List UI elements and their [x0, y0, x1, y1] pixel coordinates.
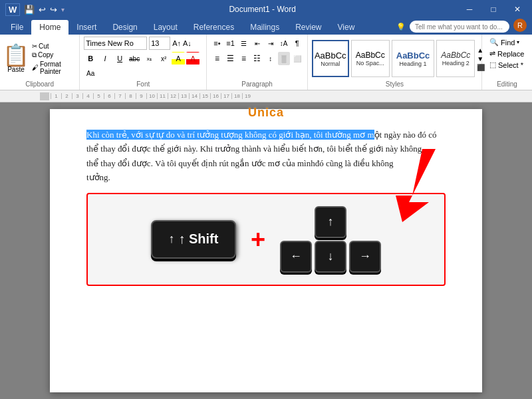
numbering-button[interactable]: ≡1: [224, 37, 236, 50]
paste-icon: 📋: [3, 45, 29, 66]
text-normal-1: ột ngày nào đó có: [374, 130, 437, 140]
italic-button[interactable]: I: [98, 52, 112, 65]
font-size-input[interactable]: [149, 37, 170, 50]
plus-sign: +: [251, 227, 265, 252]
sort-button[interactable]: ↕A: [278, 37, 290, 50]
copy-button[interactable]: ⧉ Copy: [32, 51, 76, 59]
find-icon: 🔍: [489, 38, 499, 47]
select-icon: ⬚: [489, 61, 496, 69]
cut-button[interactable]: ✂ Cut: [32, 43, 76, 50]
document-text[interactable]: Khi còn trẻ, với sự tự do và trí tưởng t…: [86, 128, 446, 185]
tab-insert[interactable]: Insert: [68, 20, 104, 35]
up-arrow-key: ↑: [315, 206, 346, 238]
lightbulb-icon: 💡: [396, 23, 406, 31]
bullets-button[interactable]: ≡•: [211, 37, 223, 50]
ruler-mark: 8: [125, 93, 136, 99]
redo-quick[interactable]: ↪: [50, 5, 57, 15]
cut-label: Cut: [39, 43, 49, 50]
paragraph-group-label: Paragraph: [211, 80, 303, 88]
help-bar: 💡: [392, 19, 513, 35]
shading-button[interactable]: ░: [278, 52, 290, 65]
bold-button[interactable]: B: [84, 52, 97, 65]
underline-button[interactable]: U: [113, 52, 126, 65]
word-icon: W: [5, 3, 20, 16]
close-button[interactable]: ✕: [508, 3, 527, 16]
format-painter-button[interactable]: 🖌 Format Painter: [32, 61, 76, 75]
decrease-font-button[interactable]: A↓: [183, 39, 192, 47]
show-hide-button[interactable]: ¶: [291, 37, 303, 50]
tab-review[interactable]: Review: [287, 20, 329, 35]
style-h2-label: Heading 2: [442, 60, 469, 66]
document-title: Document1 - Word: [65, 5, 460, 14]
unica-watermark: Unica: [248, 106, 284, 120]
superscript-button[interactable]: x²: [157, 52, 170, 65]
format-painter-icon: 🖌: [32, 64, 39, 71]
ruler-mark: 5: [93, 93, 104, 99]
ruler-mark: 11: [157, 93, 168, 99]
clipboard-sub-buttons: ✂ Cut ⧉ Copy 🖌 Format Painter: [32, 43, 76, 75]
style-nospace-sample: AaBbCc: [356, 51, 385, 60]
align-right-button[interactable]: ≡: [238, 52, 250, 65]
clear-format-button[interactable]: Aa: [84, 66, 97, 80]
tab-mailings[interactable]: Mailings: [242, 20, 287, 35]
style-h1-label: Heading 1: [400, 61, 427, 67]
ruler-mark: 7: [114, 93, 125, 99]
help-search-input[interactable]: [410, 21, 509, 33]
ruler-mark: 15: [200, 93, 210, 99]
ruler-mark: 4: [82, 93, 93, 99]
ribbon-body: 📋 Paste ✂ Cut ⧉ Copy 🖌: [0, 35, 532, 90]
style-heading1[interactable]: AaBbCc Heading 1: [392, 40, 435, 77]
tab-view[interactable]: View: [330, 20, 363, 35]
ruler-mark: 16: [210, 93, 221, 99]
ruler-mark: 12: [168, 93, 178, 99]
tab-file[interactable]: File: [3, 20, 31, 35]
tab-home[interactable]: Home: [31, 20, 68, 35]
clipboard-group-label: Clipboard: [25, 80, 54, 88]
shift-key-label: ↑ Shift: [178, 231, 218, 247]
strikethrough-button[interactable]: abc: [128, 52, 141, 65]
tab-layout[interactable]: Layout: [146, 20, 186, 35]
style-heading2[interactable]: AaBbCc Heading 2: [436, 40, 475, 77]
ruler-handle-left[interactable]: [40, 92, 49, 100]
editing-group: 🔍 Find ▾ ⇌ Replace ⬚ Select * Editing: [482, 35, 532, 90]
increase-font-button[interactable]: A↑: [172, 39, 181, 47]
paste-label: Paste: [7, 66, 25, 73]
multilevel-button[interactable]: ☰: [238, 37, 250, 50]
ruler-mark: 10: [146, 93, 157, 99]
find-button[interactable]: 🔍 Find ▾: [487, 37, 527, 48]
maximize-button[interactable]: □: [484, 3, 503, 16]
style-normal[interactable]: AaBbCc Normal: [312, 40, 349, 77]
increase-indent-button[interactable]: ⇥: [265, 37, 277, 50]
highlight-button[interactable]: A: [172, 52, 185, 65]
border-button[interactable]: ⬜: [291, 52, 303, 65]
undo-quick[interactable]: ↩: [39, 5, 46, 15]
save-quick[interactable]: 💾: [24, 5, 35, 15]
text-normal-2: thể thay đổi được thế giới này. Khi trưở…: [86, 144, 350, 154]
tab-design[interactable]: Design: [104, 20, 145, 35]
ruler-mark: 18: [231, 93, 242, 99]
paste-button[interactable]: 📋 Paste: [3, 45, 29, 73]
copy-label: Copy: [38, 51, 53, 59]
font-name-input[interactable]: [84, 37, 147, 50]
key-illustration: ↑ ↑ Shift + ↑ ← ↓ →: [86, 193, 446, 286]
select-button[interactable]: ⬚ Select *: [487, 59, 527, 70]
style-no-spacing[interactable]: AaBbCc No Spac...: [351, 40, 390, 77]
document-page[interactable]: Khi còn trẻ, với sự tự do và trí tưởng t…: [50, 109, 482, 392]
user-button[interactable]: R: [513, 19, 532, 35]
replace-button[interactable]: ⇌ Replace: [487, 48, 527, 59]
minimize-button[interactable]: ─: [460, 3, 479, 16]
subscript-button[interactable]: x₂: [142, 52, 156, 65]
ruler-mark: 19: [242, 93, 253, 99]
ruler-mark: 14: [189, 93, 200, 99]
justify-button[interactable]: ☷: [251, 52, 263, 65]
ruler-mark: 3: [72, 93, 82, 99]
ribbon-tab-bar: File Home Insert Design Layout Reference…: [0, 19, 532, 35]
decrease-indent-button[interactable]: ⇤: [251, 37, 263, 50]
font-group-label: Font: [84, 80, 202, 88]
align-left-button[interactable]: ≡: [211, 52, 223, 65]
align-center-button[interactable]: ☰: [224, 52, 236, 65]
font-color-button[interactable]: A: [186, 52, 200, 65]
text-normal-3: thể thay đổi được. Và tôi quyết định rút…: [86, 158, 315, 168]
tab-references[interactable]: References: [186, 20, 242, 35]
line-spacing-button[interactable]: ↕: [265, 52, 277, 65]
